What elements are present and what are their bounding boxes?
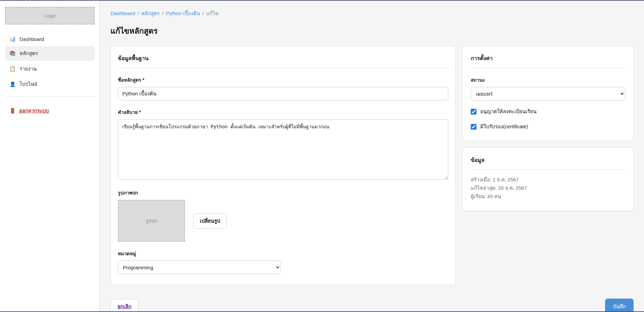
course-name-input[interactable] — [118, 87, 448, 100]
action-bar: ยกเลิก บันทึก — [110, 299, 634, 312]
card-divider — [471, 170, 625, 170]
cancel-button[interactable]: ยกเลิก — [110, 299, 138, 312]
certificate-label: มีใบรับรอง(certificate) — [480, 123, 528, 131]
cover-image-label: รูปภาพปก — [118, 189, 448, 196]
card-divider — [471, 68, 625, 68]
breadcrumb-separator: / — [202, 10, 204, 16]
category-label: หมวดหมู่ — [118, 250, 448, 257]
breadcrumb-link-dashboard[interactable]: Dashboard — [110, 10, 135, 16]
basic-info-card: ข้อมูลพื้นฐาน ชื่อหลักสูตร * คำอธิบาย * … — [110, 46, 456, 285]
info-card: ข้อมูล สร้างเมื่อ: 1 ธ.ค. 2567 แก้ไขล่าส… — [462, 147, 634, 211]
breadcrumb-separator: / — [137, 10, 139, 16]
info-lines: สร้างเมื่อ: 1 ธ.ค. 2567 แก้ไขล่าสุด: 20 … — [471, 176, 625, 200]
card-divider — [118, 68, 448, 68]
description-label: คำอธิบาย * — [118, 108, 448, 116]
content-columns: ข้อมูลพื้นฐาน ชื่อหลักสูตร * คำอธิบาย * … — [110, 46, 634, 285]
books-icon: 📚 — [9, 50, 16, 56]
logout-link[interactable]: 🚪 ออกจากระบบ — [5, 107, 95, 115]
logo-placeholder: Logo — [5, 7, 95, 25]
logo-label: Logo — [44, 13, 55, 18]
sidebar-item-reports[interactable]: 📋 รายงาน — [5, 61, 95, 76]
category-select[interactable]: Programming — [118, 261, 281, 274]
change-image-button[interactable]: เปลี่ยนรูป — [193, 213, 227, 229]
created-date-text: สร้างเมื่อ: 1 ธ.ค. 2567 — [471, 176, 625, 183]
breadcrumb: Dashboard/หลักสูตร/Python เบื้องต้น/แก้ไ… — [110, 9, 634, 17]
allow-enrollment-checkbox[interactable] — [471, 109, 476, 115]
sidebar-item-label: โปรไฟล์ — [19, 80, 37, 88]
sidebar-item-profile[interactable]: 👤 โปรไฟล์ — [5, 77, 95, 92]
description-textarea[interactable]: เรียนรู้พื้นฐานการเขียนโปรแกรมด้วยภาษา P… — [118, 119, 448, 180]
cover-placeholder-label: รูปปก — [145, 217, 157, 225]
info-card-title: ข้อมูล — [471, 156, 625, 164]
breadcrumb-separator: / — [162, 10, 164, 16]
logout-label: ออกจากระบบ — [19, 107, 49, 115]
status-select[interactable]: เผยแพร่ — [471, 87, 625, 100]
person-icon: 👤 — [9, 81, 16, 87]
door-icon: 🚪 — [9, 108, 16, 114]
certificate-row: มีใบรับรอง(certificate) — [471, 123, 625, 131]
sidebar-item-label: รายงาน — [19, 65, 37, 73]
cover-image-placeholder: รูปปก — [118, 200, 185, 242]
certificate-checkbox[interactable] — [471, 124, 476, 130]
right-column: การตั้งค่า สถานะ เผยแพร่ อนุญาตให้ลงทะเบ… — [462, 46, 634, 211]
sidebar-item-label: Dashboard — [19, 36, 44, 42]
basic-info-card-title: ข้อมูลพื้นฐาน — [118, 54, 448, 62]
status-label: สถานะ — [471, 76, 625, 84]
sidebar-item-courses[interactable]: 📚 หลักสูตร — [5, 46, 95, 61]
main-content: Dashboard/หลักสูตร/Python เบื้องต้น/แก้ไ… — [100, 1, 644, 311]
settings-card: การตั้งค่า สถานะ เผยแพร่ อนุญาตให้ลงทะเบ… — [462, 46, 634, 141]
sidebar-item-dashboard[interactable]: 📊 Dashboard — [5, 33, 95, 45]
course-name-label: ชื่อหลักสูตร * — [118, 76, 448, 84]
allow-enrollment-row: อนุญาตให้ลงทะเบียนเรียน — [471, 107, 625, 116]
clipboard-icon: 📋 — [9, 66, 16, 72]
learner-count-text: ผู้เรียน: 45 คน — [471, 193, 625, 200]
cancel-button-label: ยกเลิก — [118, 304, 131, 309]
cover-image-row: รูปปก เปลี่ยนรูป — [118, 200, 448, 242]
allow-enrollment-label: อนุญาตให้ลงทะเบียนเรียน — [480, 107, 537, 116]
save-button[interactable]: บันทึก — [605, 299, 634, 312]
bar-chart-icon: 📊 — [9, 36, 16, 42]
sidebar-divider — [5, 96, 95, 97]
breadcrumb-current: แก้ไข — [206, 10, 219, 16]
breadcrumb-link-course[interactable]: Python เบื้องต้น — [166, 10, 200, 16]
page-title: แก้ไขหลักสูตร — [110, 25, 634, 37]
settings-card-title: การตั้งค่า — [471, 54, 625, 62]
breadcrumb-link-courses[interactable]: หลักสูตร — [141, 10, 160, 16]
sidebar: Logo 📊 Dashboard 📚 หลักสูตร 📋 รายงาน 👤 โ… — [0, 1, 100, 311]
sidebar-nav: 📊 Dashboard 📚 หลักสูตร 📋 รายงาน 👤 โปรไฟล… — [5, 33, 95, 92]
sidebar-item-label: หลักสูตร — [19, 49, 38, 57]
last-modified-text: แก้ไขล่าสุด: 20 ธ.ค. 2567 — [471, 184, 625, 192]
